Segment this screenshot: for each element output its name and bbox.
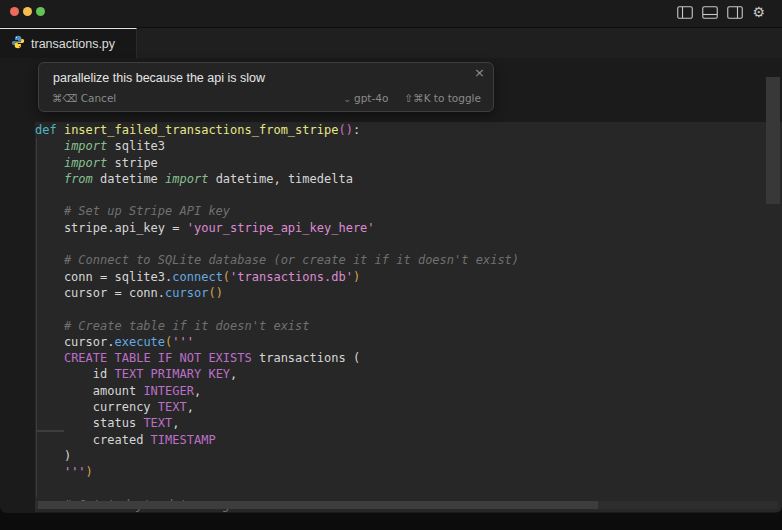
code-line[interactable]: cursor = conn.cursor()	[35, 285, 782, 301]
code-line[interactable]: from datetime import datetime, timedelta	[35, 171, 782, 187]
tab-transactions-py[interactable]: transactions.py	[0, 28, 137, 58]
prompt-input[interactable]: parallelize this because the api is slow	[53, 71, 467, 85]
code-line[interactable]: # Create table if it doesn't exist	[35, 318, 782, 334]
code-line[interactable]: created TIMESTAMP	[35, 432, 782, 448]
editor-window: ⚙ transactions.py def insert_failed_tran…	[0, 0, 782, 513]
titlebar-actions: ⚙	[677, 4, 765, 20]
layout-panel-icon[interactable]	[702, 6, 718, 19]
vertical-scrollbar-thumb[interactable]	[766, 77, 780, 204]
code-line[interactable]	[35, 187, 782, 203]
chevron-down-icon: ⌄	[343, 94, 351, 104]
python-icon	[11, 35, 25, 53]
inline-edit-prompt: parallelize this because the api is slow…	[38, 62, 494, 112]
model-selector[interactable]: ⌄gpt-4o	[343, 92, 388, 104]
code-line[interactable]: status TEXT,	[35, 415, 782, 431]
tab-label: transactions.py	[31, 37, 115, 51]
code-line[interactable]	[35, 236, 782, 252]
code-line[interactable]: import stripe	[35, 155, 782, 171]
layout-sidebar-left-icon[interactable]	[677, 6, 693, 19]
titlebar: ⚙	[0, 0, 782, 28]
code-line[interactable]	[35, 481, 782, 497]
close-icon[interactable]: ×	[474, 65, 485, 80]
code-line[interactable]: # Set up Stripe API key	[35, 203, 782, 219]
settings-gear-icon[interactable]: ⚙	[752, 4, 765, 20]
code-line[interactable]: stripe.api_key = 'your_stripe_api_key_he…	[35, 220, 782, 236]
code-line[interactable]: ''')	[35, 464, 782, 480]
tab-bar: transactions.py	[0, 28, 782, 58]
code-line[interactable]: conn = sqlite3.connect('transactions.db'…	[35, 269, 782, 285]
code-area[interactable]: def insert_failed_transactions_from_stri…	[35, 122, 782, 513]
zoom-window-button[interactable]	[36, 7, 45, 16]
editor: def insert_failed_transactions_from_stri…	[0, 58, 782, 512]
layout-sidebar-right-icon[interactable]	[727, 6, 743, 19]
code-line[interactable]: def insert_failed_transactions_from_stri…	[35, 122, 782, 138]
minimize-window-button[interactable]	[23, 7, 32, 16]
code-line[interactable]	[35, 301, 782, 317]
code-line[interactable]: id TEXT PRIMARY KEY,	[35, 366, 782, 382]
code-line[interactable]: cursor.execute('''	[35, 334, 782, 350]
code-line[interactable]: import sqlite3	[35, 138, 782, 154]
traffic-lights	[10, 7, 45, 16]
horizontal-scrollbar-thumb[interactable]	[38, 501, 598, 509]
code-line[interactable]: CREATE TABLE IF NOT EXISTS transactions …	[35, 350, 782, 366]
toggle-hint: ⇧⌘K to toggle	[404, 92, 481, 104]
code-line[interactable]: amount INTEGER,	[35, 383, 782, 399]
prompt-footer: ⌘⌫ Cancel ⌄gpt-4o ⇧⌘K to toggle	[52, 92, 481, 104]
code-line[interactable]: currency TEXT,	[35, 399, 782, 415]
close-window-button[interactable]	[10, 7, 19, 16]
code-line[interactable]: )	[35, 448, 782, 464]
code-line[interactable]: # Connect to SQLite database (or create …	[35, 252, 782, 268]
cancel-button[interactable]: ⌘⌫ Cancel	[52, 92, 116, 104]
